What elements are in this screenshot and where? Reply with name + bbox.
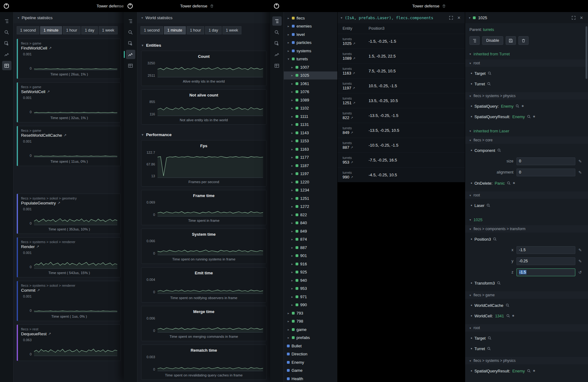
search-icon[interactable] [497, 148, 501, 152]
tree-item-flecs[interactable]: ▸flecs [284, 14, 337, 22]
tree-item-1197[interactable]: ▸1197 [284, 170, 337, 178]
follow-icon[interactable]: ✱ [521, 105, 524, 108]
tree-caret-icon[interactable]: ▸ [291, 131, 294, 135]
range-button-1-hour[interactable]: 1 hour [63, 26, 80, 34]
edit-icon[interactable]: ✎ [578, 248, 582, 252]
section-header[interactable]: ▾Performance [137, 128, 270, 140]
tree-caret-icon[interactable]: ▸ [291, 262, 294, 266]
open-chart-icon[interactable]: ↗ [36, 245, 39, 249]
tree-item-822[interactable]: ▸822 [284, 211, 337, 219]
tree-caret-icon[interactable]: ▸ [291, 188, 294, 192]
module-path-header[interactable]: ▾root [465, 191, 588, 199]
tree-caret-icon[interactable]: ▸ [291, 254, 294, 257]
query-input[interactable]: (IsA, prefabs.Laser), flecs.components [345, 15, 446, 20]
search-icon[interactable] [493, 237, 497, 241]
tree-item-Health[interactable]: Health [284, 375, 337, 382]
query-result-row[interactable]: turrets822↗-13.5, -0.25, -1.5 [338, 108, 465, 123]
tree-item-enemies[interactable]: ▸enemies [284, 22, 337, 31]
chart-view-icon[interactable] [126, 50, 135, 59]
module-path-header[interactable]: ▾flecs > systems > physics [465, 357, 588, 364]
query-result-row[interactable]: turrets1251↗13.5, -0.25, 10.5 [338, 93, 465, 108]
tree-item-1102[interactable]: ▸1102 [284, 104, 337, 113]
tree-item-Direction[interactable]: Direction [284, 350, 337, 358]
edit-icon[interactable]: ✎ [578, 259, 582, 264]
component-value-link[interactable]: 1341 [495, 314, 504, 318]
search-icon[interactable] [507, 181, 511, 185]
query-result-row[interactable]: turrets953↗-7.5, -0.25, 16.5 [338, 152, 465, 167]
tree-item-1143[interactable]: ▸1143 [284, 129, 337, 137]
open-entity-icon[interactable]: ↗ [352, 86, 355, 90]
tree-caret-icon[interactable]: ▸ [291, 213, 294, 217]
tree-item-793[interactable]: ▸793 [284, 309, 337, 317]
module-path-header[interactable]: ▾root [465, 324, 588, 332]
tree-caret-icon[interactable]: ▾ [287, 57, 290, 61]
tree-item-849[interactable]: ▸849 [284, 227, 337, 235]
tree-view-icon[interactable] [2, 16, 11, 26]
tree-caret-icon[interactable]: ▸ [291, 230, 294, 233]
expand-icon[interactable] [448, 15, 454, 20]
inspector-icon[interactable] [2, 39, 11, 48]
inspector-section-header[interactable]: ▾1025 [469, 217, 584, 222]
module-path-header[interactable]: ▾flecs > components > transform [465, 225, 588, 233]
tree-item-1177[interactable]: ▸1177 [284, 153, 337, 162]
tree-item-1025[interactable]: ▸1025 [284, 71, 337, 80]
tree-item-874[interactable]: ▸874 [284, 235, 337, 244]
inspector-section-header[interactable]: ▾inherited from Turret [469, 52, 584, 56]
tree-item-systems[interactable]: ▸systems [284, 47, 337, 55]
tree-caret-icon[interactable]: ▸ [291, 74, 294, 77]
open-entity-icon[interactable]: ↗ [351, 146, 353, 149]
tree-item-1234[interactable]: ▸1234 [284, 186, 337, 195]
tree-item-1111[interactable]: ▸1111 [284, 112, 337, 121]
search-icon[interactable] [497, 281, 501, 285]
open-chart-icon[interactable]: ↗ [47, 90, 50, 94]
field-input-x[interactable]: -1.5 [517, 246, 575, 254]
component-value-link[interactable]: Enemy [512, 369, 525, 373]
tree-caret-icon[interactable]: ▸ [291, 156, 294, 159]
open-entity-icon[interactable]: ↗ [352, 71, 355, 75]
tree-item-1061[interactable]: ▸1061 [284, 79, 337, 88]
open-chart-icon[interactable]: ↗ [37, 288, 40, 292]
tree-item-Game[interactable]: Game [284, 367, 337, 375]
tree-caret-icon[interactable]: ▸ [291, 303, 294, 307]
tree-caret-icon[interactable]: ▸ [287, 328, 290, 331]
follow-icon[interactable]: ✱ [513, 182, 515, 185]
tree-item-level[interactable]: ▸level [284, 30, 337, 39]
tree-caret-icon[interactable]: ▸ [291, 98, 294, 102]
tree-item-798[interactable]: ▸798 [284, 317, 337, 326]
tree-caret-icon[interactable]: ▸ [291, 164, 294, 167]
search-icon[interactable] [487, 82, 491, 86]
follow-icon[interactable]: ✱ [533, 115, 535, 118]
range-button-1-week[interactable]: 1 week [223, 26, 242, 34]
tree-item-1187[interactable]: ▸1187 [284, 161, 337, 170]
search-icon[interactable] [506, 314, 510, 318]
tree-item-1220[interactable]: ▸1220 [284, 178, 337, 186]
tree-caret-icon[interactable]: ▸ [287, 16, 290, 20]
follow-icon[interactable]: ✱ [512, 314, 515, 317]
field-input-y[interactable]: -0.25 [517, 257, 575, 265]
query-result-row[interactable]: turrets887↗-10.5, -0.25, -1.5 [338, 138, 465, 152]
delete-button[interactable] [518, 36, 529, 45]
tree-caret-icon[interactable]: ▸ [291, 172, 294, 175]
module-path-header[interactable]: ▾flecs > game [465, 291, 588, 299]
range-button-1-minute[interactable]: 1 minute [40, 26, 62, 34]
tree-caret-icon[interactable]: ▸ [291, 270, 294, 274]
field-input-z[interactable]: -1.5 [517, 268, 575, 276]
module-path-header[interactable]: ▾flecs > systems > physics [465, 92, 588, 100]
module-path-header[interactable]: ▾flecs > core [465, 136, 588, 144]
search-icon[interactable] [527, 115, 531, 118]
tree-caret-icon[interactable]: ▸ [287, 311, 290, 315]
search-icon[interactable] [126, 28, 135, 37]
tree-caret-icon[interactable]: ▸ [287, 24, 290, 28]
statistics-view-icon[interactable] [126, 61, 135, 70]
range-button-1-day[interactable]: 1 day [81, 26, 98, 34]
trash-icon[interactable] [210, 4, 214, 8]
tree-item-971[interactable]: ▸971 [284, 293, 337, 301]
tree-item-1163[interactable]: ▸1163 [284, 145, 337, 153]
tree-item-840[interactable]: ▸840 [284, 219, 337, 227]
statistics-view-icon[interactable] [2, 61, 11, 70]
statistics-view-icon[interactable] [272, 61, 282, 70]
component-list-button[interactable] [469, 36, 480, 45]
tree-caret-icon[interactable]: ▸ [287, 49, 290, 53]
tree-item-1153[interactable]: ▸1153 [284, 137, 337, 145]
field-input-size[interactable]: 0 [517, 157, 575, 165]
